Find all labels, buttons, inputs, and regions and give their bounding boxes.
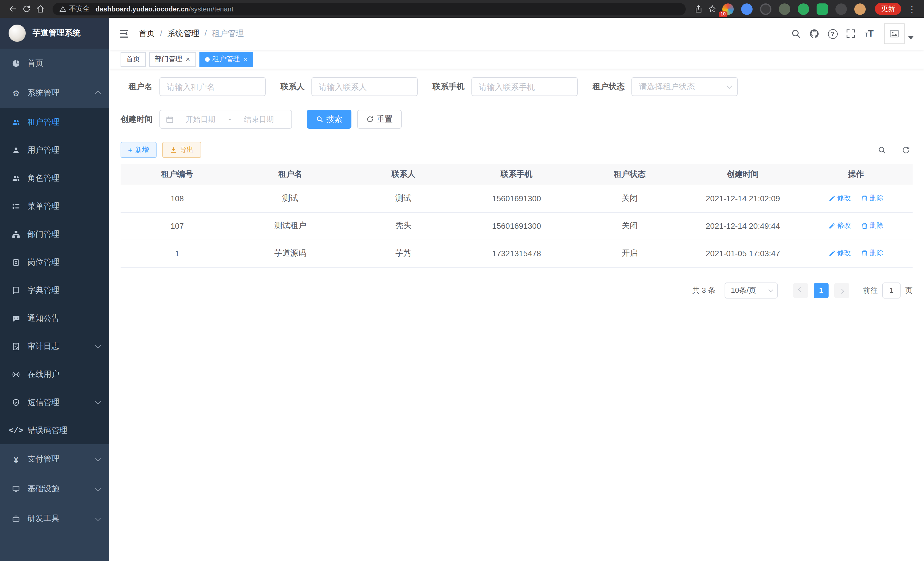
sidebar-item-infrastructure[interactable]: 基础设施	[0, 474, 109, 504]
extension-icon[interactable]	[760, 3, 771, 15]
sidebar-item-user-management[interactable]: 用户管理	[0, 136, 109, 164]
github-link[interactable]	[805, 25, 824, 43]
share-button[interactable]	[692, 2, 705, 16]
extension-icon[interactable]	[779, 3, 790, 15]
sidebar-item-post-management[interactable]: 岗位管理	[0, 248, 109, 276]
pencil-icon	[829, 250, 836, 257]
extension-icon[interactable]: 10	[722, 3, 734, 15]
sidebar-item-tenant-management[interactable]: 租户管理	[0, 108, 109, 136]
contact-input[interactable]	[311, 77, 418, 96]
delete-link[interactable]: 删除	[861, 194, 884, 203]
toggle-search-button[interactable]	[875, 143, 889, 157]
refresh-icon	[22, 5, 31, 13]
sidebar-logo[interactable]: 芋道管理系统	[0, 18, 109, 49]
tenant-name-input[interactable]	[159, 77, 266, 96]
infrastructure-icon	[11, 484, 21, 493]
page-number-button[interactable]: 1	[814, 283, 829, 298]
add-button[interactable]: + 新增	[121, 142, 156, 158]
search-button[interactable]: 搜索	[307, 110, 351, 129]
caret-down-icon[interactable]	[908, 36, 914, 39]
reset-button[interactable]: 重置	[357, 110, 402, 129]
sidebar-item-sms-management[interactable]: 短信管理	[0, 388, 109, 416]
sidebar-item-label: 用户管理	[27, 145, 59, 155]
browser-update-button[interactable]: 更新	[875, 3, 901, 15]
date-range-picker[interactable]: 开始日期 - 结束日期	[159, 110, 292, 129]
tab-tenant-management[interactable]: 租户管理 ×	[199, 52, 253, 67]
sidebar-item-payment-management[interactable]: ¥ 支付管理	[0, 444, 109, 474]
export-button-label: 导出	[180, 145, 194, 155]
page-content: 租户名 联系人 联系手机 租户状态 请选择租户状态	[109, 69, 924, 561]
browser-refresh-button[interactable]	[20, 2, 33, 16]
sidebar-item-dev-tools[interactable]: 研发工具	[0, 504, 109, 534]
edit-link[interactable]: 修改	[829, 194, 851, 203]
app-title: 芋道管理系统	[33, 28, 81, 38]
extension-icon[interactable]	[854, 3, 866, 15]
filter-tenant-name: 租户名	[121, 77, 266, 96]
search-button-label: 搜索	[326, 114, 342, 124]
announcement-icon	[11, 314, 21, 323]
header-search-button[interactable]	[787, 25, 805, 43]
help-button[interactable]: ?	[824, 25, 842, 43]
sidebar-item-system-management[interactable]: ⚙ 系统管理	[0, 78, 109, 108]
refresh-table-button[interactable]	[899, 143, 913, 157]
extension-icon[interactable]	[798, 3, 809, 15]
url-bar[interactable]: 不安全 dashboard.yudao.iocoder.cn/system/te…	[52, 3, 686, 15]
page-size-select[interactable]: 10条/页	[724, 282, 778, 298]
filter-status: 租户状态 请选择租户状态	[592, 77, 738, 96]
chevron-down-icon	[96, 457, 100, 461]
edit-link[interactable]: 修改	[829, 221, 851, 231]
browser-menu-button[interactable]: ⋮	[906, 4, 918, 14]
prev-page-button[interactable]	[793, 283, 808, 298]
update-label: 更新	[881, 4, 895, 14]
sidebar-item-role-management[interactable]: 角色管理	[0, 164, 109, 192]
sidebar-item-notice-announcement[interactable]: 通知公告	[0, 304, 109, 332]
cell-tenant-id: 107	[121, 212, 234, 240]
chevron-down-icon	[727, 83, 732, 89]
sidebar-toggle-button[interactable]	[118, 28, 130, 39]
chevron-down-icon	[96, 344, 100, 348]
security-chip[interactable]: 不安全	[59, 4, 90, 14]
tab-department-management[interactable]: 部门管理 ×	[149, 52, 196, 67]
column-header: 租户编号	[121, 164, 234, 185]
browser-home-button[interactable]	[33, 2, 47, 16]
sidebar-item-online-users[interactable]: 在线用户	[0, 360, 109, 388]
goto-page-input[interactable]	[882, 282, 901, 298]
browser-toolbar: 不安全 dashboard.yudao.iocoder.cn/system/te…	[0, 0, 924, 18]
close-tab-icon[interactable]: ×	[243, 56, 248, 63]
sidebar-item-menu-management[interactable]: 菜单管理	[0, 192, 109, 220]
extension-icon[interactable]	[817, 3, 828, 15]
status-select[interactable]: 请选择租户状态	[632, 77, 738, 96]
tab-home[interactable]: 首页	[121, 52, 146, 67]
delete-link[interactable]: 删除	[861, 248, 884, 258]
fullscreen-button[interactable]	[842, 25, 860, 43]
tab-label: 部门管理	[155, 54, 182, 64]
delete-link[interactable]: 删除	[861, 221, 884, 231]
extension-icon[interactable]	[836, 3, 847, 15]
breadcrumb-home[interactable]: 首页	[139, 29, 155, 39]
sidebar-item-dictionary-management[interactable]: 字典管理	[0, 276, 109, 304]
sidebar-item-audit-log[interactable]: 审计日志	[0, 332, 109, 360]
chevron-down-icon	[96, 517, 100, 521]
extension-icon[interactable]	[741, 3, 753, 15]
edit-link[interactable]: 修改	[829, 248, 851, 258]
close-tab-icon[interactable]: ×	[186, 56, 190, 63]
sidebar-item-home[interactable]: 首页	[0, 49, 109, 78]
breadcrumb-system[interactable]: 系统管理	[155, 29, 200, 39]
phone-input[interactable]	[471, 77, 578, 96]
date-separator: -	[227, 115, 232, 123]
export-button[interactable]: 导出	[162, 142, 201, 158]
question-icon: ?	[828, 29, 837, 39]
user-avatar[interactable]	[884, 23, 904, 44]
chevron-up-icon	[96, 91, 100, 95]
sidebar-item-label: 短信管理	[27, 397, 59, 408]
total-count: 共 3 条	[692, 285, 716, 295]
browser-back-button[interactable]	[6, 2, 20, 16]
app-root: 不安全 dashboard.yudao.iocoder.cn/system/te…	[0, 0, 924, 561]
sidebar-item-error-code-management[interactable]: </> 错误码管理	[0, 416, 109, 444]
font-size-button[interactable]: TT	[860, 25, 878, 43]
bookmark-button[interactable]	[705, 2, 719, 16]
sidebar-item-department-management[interactable]: 部门管理	[0, 220, 109, 248]
sms-shield-icon	[11, 398, 21, 407]
next-page-button[interactable]	[834, 283, 849, 298]
chevron-down-icon	[769, 287, 773, 292]
